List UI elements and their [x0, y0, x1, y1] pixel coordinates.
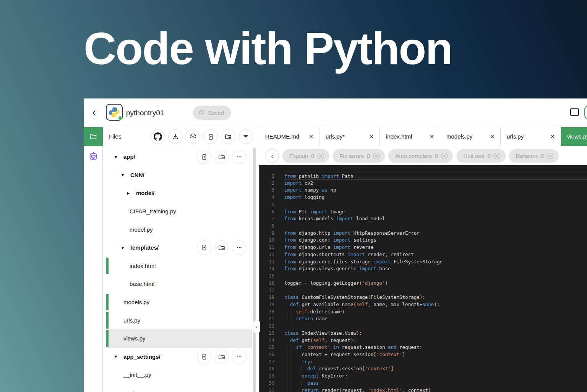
overflow-menu-button[interactable]	[232, 150, 246, 164]
refactor-button[interactable]: Refactor0w	[509, 149, 559, 163]
close-icon[interactable]: ✕	[368, 133, 375, 140]
fix-errors-button[interactable]: Fix errors0w	[333, 149, 385, 163]
tree-folder-CNN[interactable]: ▾CNN/	[103, 166, 252, 184]
tree-file-urls-py[interactable]: urls.py	[103, 311, 252, 329]
new-folder-button[interactable]	[214, 150, 229, 164]
filter-icon	[242, 133, 249, 140]
filter-button[interactable]	[238, 129, 253, 144]
new-file-button[interactable]	[197, 150, 211, 164]
chevron-down-icon[interactable]: ▾	[122, 245, 130, 250]
tree-item-label: base.html	[130, 281, 154, 287]
tree-file-__init__-py[interactable]: __init__.py	[103, 366, 252, 384]
line-number: 29	[259, 373, 274, 380]
files-panel-tab[interactable]	[84, 127, 103, 146]
download-button[interactable]	[168, 129, 183, 144]
new-file-button[interactable]	[197, 240, 211, 255]
code-line-30: 30 pass	[259, 380, 587, 387]
chevron-down-icon[interactable]: ▾	[122, 172, 130, 177]
line-number: 6	[259, 208, 274, 216]
code-text: from django.shortcuts import render, red…	[284, 251, 587, 258]
folder-row-actions	[197, 240, 246, 255]
tree-file-base-html[interactable]: base.html	[103, 275, 252, 293]
new-folder-icon	[218, 244, 225, 251]
code-line-2: 2import cv2	[259, 180, 587, 187]
github-button[interactable]	[151, 129, 165, 144]
tree-file-asgi-py[interactable]: asgi.py	[103, 384, 252, 392]
github-icon	[154, 132, 162, 141]
back-button[interactable]	[89, 108, 100, 118]
code-line-11: 11from django.urls import reverse	[259, 244, 587, 251]
maximize-button[interactable]	[570, 108, 579, 116]
editor-tab-views-py[interactable]: views.py✕	[561, 127, 587, 146]
tree-file-index-html[interactable]: index.html	[103, 257, 252, 275]
chevron-down-icon[interactable]: ▾	[115, 354, 123, 359]
line-number: 20	[259, 308, 274, 316]
tree-folder-app[interactable]: ▾app/	[103, 148, 252, 166]
tree-file-model-py[interactable]: model.py	[103, 220, 252, 239]
indent-guide	[296, 358, 296, 366]
line-number: 16	[259, 280, 274, 287]
code-editor[interactable]: 1from pathlib import Path2import cv23imp…	[259, 165, 587, 392]
code-text: except KeyError:	[284, 373, 587, 380]
unit-test-button[interactable]: Unit test0w	[456, 149, 505, 163]
new-folder-icon	[218, 353, 225, 360]
auto-complete-button[interactable]: Auto complete0w	[388, 149, 453, 163]
new-folder-button[interactable]	[214, 350, 229, 364]
indent-guide	[290, 351, 290, 358]
line-number: 4	[259, 194, 274, 201]
close-icon[interactable]: ✕	[308, 133, 314, 140]
tree-file-views-py[interactable]: views.py	[103, 329, 252, 348]
pill-count: 0	[367, 153, 370, 159]
new-file-button[interactable]	[197, 350, 211, 364]
overflow-menu-button[interactable]	[232, 240, 246, 255]
line-number: 15	[259, 273, 274, 280]
editor-tab-models-py[interactable]: models.py✕	[440, 127, 501, 146]
close-icon[interactable]: ✕	[429, 133, 435, 140]
tree-file-models-py[interactable]: models.py	[103, 293, 252, 311]
hero-title: Code with Python	[84, 24, 452, 73]
new-file-icon	[201, 154, 208, 160]
clipped-edge-button[interactable]	[584, 104, 587, 121]
editor-tab-urls-py[interactable]: urls.py✕	[501, 127, 561, 146]
code-text	[284, 273, 587, 280]
watsonx-icon: w	[547, 153, 553, 159]
panel-collapse-handle[interactable]: ‹	[253, 320, 260, 334]
indent-guide	[290, 365, 290, 373]
new-folder-button[interactable]	[214, 240, 229, 255]
tree-folder-model[interactable]: ▸model/	[103, 184, 252, 202]
tree-item-label: urls.py	[123, 317, 140, 324]
explain-button[interactable]: Explain0w	[282, 149, 329, 163]
tree-scrollbar[interactable]	[253, 148, 256, 392]
files-header: Files	[103, 127, 259, 146]
watsonx-icon: w	[373, 153, 379, 159]
new-folder-icon	[225, 133, 232, 140]
tree-file-CIFAR_training-py[interactable]: CIFAR_training.py	[103, 202, 252, 221]
new-folder-button[interactable]	[221, 129, 235, 144]
editor-tab-urls-py-[interactable]: urls.py*✕	[319, 127, 380, 146]
new-file-button[interactable]	[203, 129, 218, 144]
tree-folder-templates[interactable]: ▾templates/	[103, 239, 252, 257]
overflow-menu-button[interactable]	[232, 350, 246, 364]
close-icon[interactable]: ✕	[550, 133, 556, 140]
code-text: context = request.session['context']	[284, 351, 587, 358]
chevron-down-icon[interactable]: ▾	[115, 154, 123, 160]
line-number: 8	[259, 223, 274, 230]
chevron-right-icon[interactable]: ▸	[127, 190, 136, 196]
tree-folder-app_settings[interactable]: ▾app_settings/	[103, 348, 252, 366]
editor-tab-index-html[interactable]: index.html✕	[380, 127, 440, 146]
code-text: from PIL import Image	[284, 208, 587, 216]
tree-item-label: index.html	[130, 263, 156, 269]
code-text: self.delete(name)	[284, 308, 587, 316]
toolbar-collapse-button[interactable]: ‹	[265, 149, 279, 163]
upload-cloud-button[interactable]	[186, 129, 200, 144]
ai-assistant-tab[interactable]	[84, 146, 102, 167]
close-icon[interactable]: ✕	[489, 133, 495, 140]
code-text: class IndexView(base.View):	[284, 330, 587, 337]
code-line-31: 31 return render(request, 'index.html', …	[259, 387, 587, 392]
editor-tab-README-md[interactable]: README.md✕	[259, 127, 319, 146]
robot-icon	[88, 151, 99, 162]
line-number: 19	[259, 301, 274, 308]
saved-button[interactable]: Saved	[193, 106, 231, 120]
pill-label: Fix errors	[340, 153, 364, 159]
code-line-20: 20 self.delete(name)	[259, 308, 587, 316]
